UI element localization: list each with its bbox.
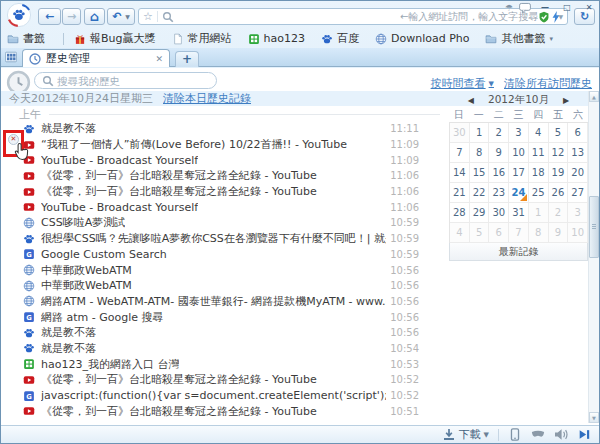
calendar-day[interactable]: 9 [549,223,569,243]
calendar-day[interactable]: 11 [529,143,549,163]
calendar-day[interactable]: 3 [568,203,588,223]
calendar-day[interactable]: 6 [568,123,588,143]
history-title[interactable]: “我租了一個情人”前傳(Love Before) 10/22首播!! - You… [41,137,347,152]
calendar-day[interactable]: 12 [549,143,569,163]
back-button[interactable]: ← [38,8,61,25]
calendar-prev-icon[interactable]: ◀ [468,96,474,105]
history-title[interactable]: Google Custom Search [41,248,167,261]
history-title[interactable]: 網路 atm - Google 搜尋 [41,310,164,325]
calendar-day[interactable]: 14 [450,163,470,183]
bookmark-item[interactable]: hao123 [248,32,305,45]
scroll-thumb[interactable] [589,196,599,258]
calendar-day[interactable]: 10 [568,223,588,243]
calendar-day[interactable]: 19 [549,163,569,183]
calendar-day[interactable]: 23 [489,183,509,203]
scrollbar[interactable]: ▲ ▼ [588,91,599,423]
scroll-down-icon[interactable]: ▼ [589,412,599,423]
history-title[interactable]: 就是教不落 [41,121,96,136]
bookmark-item[interactable]: 常用網站 [172,31,232,46]
history-row[interactable]: 《從零，到一百》台北暗殺星奪冠之路全紀錄 - YouTube10:52 [1,372,446,388]
history-title[interactable]: YouTube - Broadcast Yourself [41,154,198,167]
history-row[interactable]: 很想學CSS嗎？先讓哆啦A夢教你CSS在各瀏覽器下有什麼不同吧！| 就是教不落1… [1,231,446,247]
calendar-day[interactable]: 27 [568,183,588,203]
history-row[interactable]: 《從零，到一百》台北暗殺星奪冠之路全紀錄 - YouTube10:51 [1,403,446,419]
history-search-input[interactable] [57,75,210,87]
history-title[interactable]: 很想學CSS嗎？先讓哆啦A夢教你CSS在各瀏覽器下有什麼不同吧！| 就是教不落 [41,231,386,246]
calendar-day[interactable]: 3 [509,123,529,143]
calendar-day[interactable]: 10 [509,143,529,163]
calendar-day[interactable]: 7 [450,143,470,163]
calendar-day[interactable]: 2 [489,123,509,143]
history-search-box[interactable] [34,72,217,89]
history-row[interactable]: 就是教不落10:56 [1,325,446,341]
history-title[interactable]: 網路ATM - WebATM-ATM- 國泰世華銀行- 網路提款機MyATM -… [41,294,386,309]
calendar-day[interactable]: 5 [549,123,569,143]
calendar-day[interactable]: 7 [509,223,529,243]
umbrella-icon[interactable]: ☂ [505,2,513,14]
history-title[interactable]: hao123_我的網路入口 台灣 [41,357,179,372]
history-row[interactable]: GGoogle Custom Search10:59 [1,247,446,263]
new-tab-button[interactable]: + [175,51,199,67]
calendar-day[interactable]: 17 [509,163,529,183]
calendar-day[interactable]: 1 [529,203,549,223]
history-title[interactable]: 《從零，到一百》台北暗殺星奪冠之路全紀錄 - YouTube [41,372,317,387]
calendar-day[interactable]: 2 [549,203,569,223]
calendar-day[interactable]: 30 [489,203,509,223]
clear-today-link[interactable]: 清除本日歷史記錄 [163,91,251,106]
history-row[interactable]: 中華郵政WebATM10:56 [1,262,446,278]
bookmark-item[interactable]: 報Bug贏大獎 [74,31,156,46]
calendar-day[interactable]: 8 [470,143,490,163]
download-button[interactable]: 下載 ▼ [442,427,489,442]
history-title[interactable]: 《從零，到一百》台北暗殺星奪冠之路全紀錄 - YouTube [41,168,317,183]
history-row[interactable]: YouTube - Broadcast Yourself11:06 [1,199,446,215]
address-bar[interactable]: ☆ ▼ [138,8,568,25]
tab-close-icon[interactable]: ✕ [155,54,163,64]
calendar-day[interactable]: 28 [450,203,470,223]
clear-all-history-link[interactable]: 清除所有訪問歷史 [504,76,592,91]
mobile-icon[interactable] [508,428,522,441]
calendar-day[interactable]: 18 [529,163,549,183]
history-row[interactable]: 中華郵政WebATM10:56 [1,278,446,294]
undo-button[interactable]: ↶ ▼ [107,8,135,25]
history-title[interactable]: 《從零，到一百》台北暗殺星奪冠之路全紀錄 - YouTube [41,404,317,419]
calendar-day[interactable]: 21 [450,183,470,203]
history-row[interactable]: 《從零，到一百》台北暗殺星奪冠之路全紀錄 - YouTube11:06 [1,168,446,184]
undo-dropdown-icon[interactable]: ▼ [125,13,130,20]
calendar-day[interactable]: 26 [549,183,569,203]
tab-history-manager[interactable]: 歷史管理 ✕ [22,49,170,67]
maximize-button[interactable]: □ [559,2,575,14]
bookmark-item[interactable]: Download Pho [375,32,470,45]
forward-button[interactable]: → [62,8,81,25]
bookmark-item[interactable]: 其他書籤▾ [485,31,553,46]
history-row[interactable]: YouTube - Broadcast Yourself11:09 [1,152,446,168]
history-row[interactable]: hao123_我的網路入口 台灣10:53 [1,356,446,372]
calendar-day[interactable]: 4 [450,223,470,243]
calendar-day[interactable]: 15 [470,163,490,183]
calendar-day[interactable]: 20 [568,163,588,183]
view-by-time-link[interactable]: 按時間查看▼ [431,76,494,91]
tab-grid-icon[interactable] [5,51,20,64]
calendar-day[interactable]: 25 [529,183,549,203]
calendar-day[interactable]: 16 [489,163,509,183]
history-row[interactable]: “我租了一個情人”前傳(Love Before) 10/22首播!! - You… [1,137,446,153]
history-row[interactable]: 網路ATM - WebATM-ATM- 國泰世華銀行- 網路提款機MyATM -… [1,294,446,310]
expand-panel-icon[interactable] [577,428,591,441]
calendar-next-icon[interactable]: ▶ [563,96,569,105]
calendar-day[interactable]: 6 [489,223,509,243]
address-chevron-down-icon[interactable]: ▼ [558,13,563,20]
calendar-day[interactable]: 4 [529,123,549,143]
history-title[interactable]: YouTube - Broadcast Yourself [41,201,198,214]
privacy-mask-icon[interactable] [531,428,545,441]
speaker-icon[interactable] [554,428,568,441]
calendar-day[interactable]: 29 [470,203,490,223]
close-button[interactable]: ✕ [581,2,597,14]
history-title[interactable]: CSS哆啦A夢測試 [41,215,125,230]
calendar-day[interactable]: 1 [470,123,490,143]
latest-records-button[interactable]: 最新記錄 [449,243,588,261]
history-title[interactable]: javascript:(function(){var s=document.cr… [41,388,386,403]
history-title[interactable]: 中華郵政WebATM [41,278,132,293]
history-row[interactable]: 就是教不落11:11 [1,121,446,137]
history-row[interactable]: 就是教不落10:54 [1,341,446,357]
history-title[interactable]: 中華郵政WebATM [41,263,132,278]
baidu-logo-icon[interactable] [6,2,32,28]
